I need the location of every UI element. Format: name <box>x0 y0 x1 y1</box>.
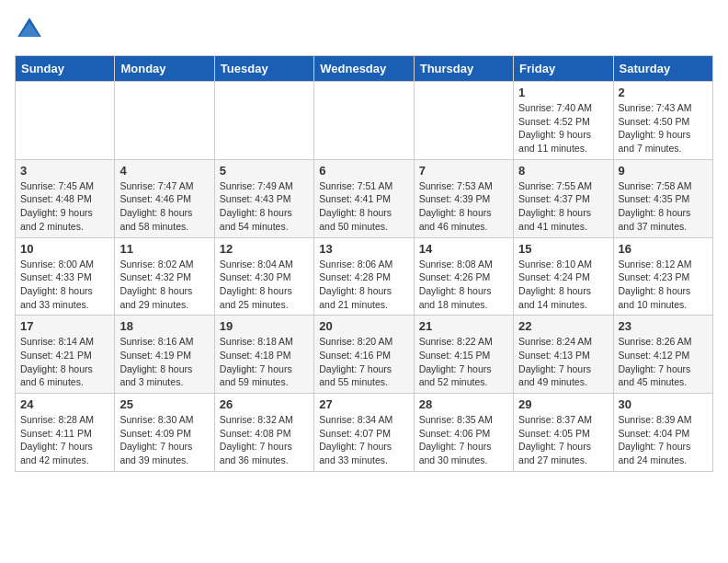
logo-icon <box>15 15 44 44</box>
day-number: 1 <box>518 86 608 99</box>
day-info: Sunrise: 7:40 AM Sunset: 4:52 PM Dayligh… <box>518 101 608 155</box>
day-info: Sunrise: 7:45 AM Sunset: 4:48 PM Dayligh… <box>20 179 109 234</box>
calendar-cell: 5Sunrise: 7:49 AM Sunset: 4:43 PM Daylig… <box>214 159 313 237</box>
day-info: Sunrise: 8:04 AM Sunset: 4:30 PM Dayligh… <box>220 258 309 312</box>
calendar-cell: 25Sunrise: 8:30 AM Sunset: 4:09 PM Dayli… <box>115 394 214 472</box>
day-info: Sunrise: 7:53 AM Sunset: 4:39 PM Dayligh… <box>419 179 508 234</box>
calendar-cell: 8Sunrise: 7:55 AM Sunset: 4:37 PM Daylig… <box>514 159 613 237</box>
day-number: 5 <box>220 164 309 178</box>
calendar-cell: 1Sunrise: 7:40 AM Sunset: 4:52 PM Daylig… <box>514 82 613 160</box>
day-number: 18 <box>119 319 209 333</box>
day-number: 23 <box>619 319 708 333</box>
day-info: Sunrise: 7:58 AM Sunset: 4:35 PM Dayligh… <box>619 179 708 234</box>
day-number: 30 <box>619 397 708 411</box>
day-info: Sunrise: 8:35 AM Sunset: 4:06 PM Dayligh… <box>419 413 508 467</box>
day-info: Sunrise: 8:06 AM Sunset: 4:28 PM Dayligh… <box>319 258 408 312</box>
calendar-cell: 19Sunrise: 8:18 AM Sunset: 4:18 PM Dayli… <box>214 316 313 394</box>
calendar-cell: 29Sunrise: 8:37 AM Sunset: 4:05 PM Dayli… <box>514 394 613 472</box>
calendar-cell <box>115 82 214 160</box>
day-header-monday: Monday <box>115 56 214 82</box>
day-number: 13 <box>319 242 408 256</box>
day-info: Sunrise: 8:30 AM Sunset: 4:09 PM Dayligh… <box>119 413 209 467</box>
day-info: Sunrise: 8:16 AM Sunset: 4:19 PM Dayligh… <box>119 335 209 389</box>
calendar-cell: 18Sunrise: 8:16 AM Sunset: 4:19 PM Dayli… <box>115 316 214 394</box>
calendar-cell: 11Sunrise: 8:02 AM Sunset: 4:32 PM Dayli… <box>115 237 214 316</box>
calendar-cell: 2Sunrise: 7:43 AM Sunset: 4:50 PM Daylig… <box>613 82 712 160</box>
day-header-wednesday: Wednesday <box>314 56 414 82</box>
day-number: 7 <box>419 164 508 178</box>
calendar-cell: 27Sunrise: 8:34 AM Sunset: 4:07 PM Dayli… <box>314 394 414 472</box>
calendar-cell <box>314 82 414 160</box>
calendar-cell: 6Sunrise: 7:51 AM Sunset: 4:41 PM Daylig… <box>314 159 414 237</box>
day-info: Sunrise: 8:12 AM Sunset: 4:23 PM Dayligh… <box>619 258 708 312</box>
calendar-cell: 23Sunrise: 8:26 AM Sunset: 4:12 PM Dayli… <box>613 316 712 394</box>
day-info: Sunrise: 8:14 AM Sunset: 4:21 PM Dayligh… <box>20 335 109 389</box>
day-number: 12 <box>220 242 309 256</box>
calendar-cell: 22Sunrise: 8:24 AM Sunset: 4:13 PM Dayli… <box>514 316 613 394</box>
day-number: 28 <box>419 397 508 411</box>
day-info: Sunrise: 8:39 AM Sunset: 4:04 PM Dayligh… <box>619 413 708 467</box>
calendar-cell: 21Sunrise: 8:22 AM Sunset: 4:15 PM Dayli… <box>414 316 513 394</box>
day-header-saturday: Saturday <box>613 56 712 82</box>
day-info: Sunrise: 7:51 AM Sunset: 4:41 PM Dayligh… <box>319 179 408 234</box>
calendar-cell: 7Sunrise: 7:53 AM Sunset: 4:39 PM Daylig… <box>414 159 513 237</box>
day-number: 27 <box>319 397 408 411</box>
day-number: 10 <box>20 242 109 256</box>
day-info: Sunrise: 8:02 AM Sunset: 4:32 PM Dayligh… <box>119 258 209 312</box>
day-header-thursday: Thursday <box>414 56 513 82</box>
day-number: 15 <box>518 242 608 256</box>
calendar-cell: 30Sunrise: 8:39 AM Sunset: 4:04 PM Dayli… <box>613 394 712 472</box>
day-number: 22 <box>518 319 608 333</box>
calendar-cell: 26Sunrise: 8:32 AM Sunset: 4:08 PM Dayli… <box>214 394 313 472</box>
calendar-header-row: SundayMondayTuesdayWednesdayThursdayFrid… <box>16 56 713 82</box>
calendar-week-2: 3Sunrise: 7:45 AM Sunset: 4:48 PM Daylig… <box>16 159 713 237</box>
calendar-cell: 13Sunrise: 8:06 AM Sunset: 4:28 PM Dayli… <box>314 237 414 316</box>
day-info: Sunrise: 8:08 AM Sunset: 4:26 PM Dayligh… <box>419 258 508 312</box>
day-number: 6 <box>319 164 408 178</box>
calendar-table: SundayMondayTuesdayWednesdayThursdayFrid… <box>15 55 713 472</box>
day-info: Sunrise: 8:18 AM Sunset: 4:18 PM Dayligh… <box>220 335 309 389</box>
calendar-cell: 16Sunrise: 8:12 AM Sunset: 4:23 PM Dayli… <box>613 237 712 316</box>
day-number: 16 <box>619 242 708 256</box>
day-number: 26 <box>220 397 309 411</box>
calendar-cell <box>214 82 313 160</box>
day-number: 19 <box>220 319 309 333</box>
day-info: Sunrise: 7:47 AM Sunset: 4:46 PM Dayligh… <box>119 179 209 234</box>
day-number: 4 <box>119 164 209 178</box>
calendar-cell: 9Sunrise: 7:58 AM Sunset: 4:35 PM Daylig… <box>613 159 712 237</box>
calendar-cell <box>16 82 115 160</box>
day-info: Sunrise: 8:34 AM Sunset: 4:07 PM Dayligh… <box>319 413 408 467</box>
day-number: 14 <box>419 242 508 256</box>
day-info: Sunrise: 8:00 AM Sunset: 4:33 PM Dayligh… <box>20 258 109 312</box>
calendar-cell <box>414 82 513 160</box>
calendar-week-3: 10Sunrise: 8:00 AM Sunset: 4:33 PM Dayli… <box>16 237 713 316</box>
day-header-sunday: Sunday <box>16 56 115 82</box>
day-info: Sunrise: 7:55 AM Sunset: 4:37 PM Dayligh… <box>518 179 608 234</box>
calendar-cell: 20Sunrise: 8:20 AM Sunset: 4:16 PM Dayli… <box>314 316 414 394</box>
day-number: 20 <box>319 319 408 333</box>
day-number: 29 <box>518 397 608 411</box>
day-info: Sunrise: 8:10 AM Sunset: 4:24 PM Dayligh… <box>518 258 608 312</box>
day-info: Sunrise: 8:28 AM Sunset: 4:11 PM Dayligh… <box>20 413 109 467</box>
day-header-friday: Friday <box>514 56 613 82</box>
day-header-tuesday: Tuesday <box>214 56 313 82</box>
day-info: Sunrise: 8:20 AM Sunset: 4:16 PM Dayligh… <box>319 335 408 389</box>
day-number: 21 <box>419 319 508 333</box>
day-info: Sunrise: 8:37 AM Sunset: 4:05 PM Dayligh… <box>518 413 608 467</box>
calendar-week-5: 24Sunrise: 8:28 AM Sunset: 4:11 PM Dayli… <box>16 394 713 472</box>
calendar-cell: 28Sunrise: 8:35 AM Sunset: 4:06 PM Dayli… <box>414 394 513 472</box>
day-info: Sunrise: 7:49 AM Sunset: 4:43 PM Dayligh… <box>220 179 309 234</box>
day-info: Sunrise: 7:43 AM Sunset: 4:50 PM Dayligh… <box>619 101 708 155</box>
day-info: Sunrise: 8:22 AM Sunset: 4:15 PM Dayligh… <box>419 335 508 389</box>
calendar-cell: 12Sunrise: 8:04 AM Sunset: 4:30 PM Dayli… <box>214 237 313 316</box>
calendar-cell: 10Sunrise: 8:00 AM Sunset: 4:33 PM Dayli… <box>16 237 115 316</box>
page-header <box>15 15 713 44</box>
logo <box>15 15 48 44</box>
day-info: Sunrise: 8:24 AM Sunset: 4:13 PM Dayligh… <box>518 335 608 389</box>
day-info: Sunrise: 8:26 AM Sunset: 4:12 PM Dayligh… <box>619 335 708 389</box>
day-number: 25 <box>119 397 209 411</box>
calendar-cell: 17Sunrise: 8:14 AM Sunset: 4:21 PM Dayli… <box>16 316 115 394</box>
calendar-cell: 14Sunrise: 8:08 AM Sunset: 4:26 PM Dayli… <box>414 237 513 316</box>
day-number: 24 <box>20 397 109 411</box>
day-number: 3 <box>20 164 109 178</box>
